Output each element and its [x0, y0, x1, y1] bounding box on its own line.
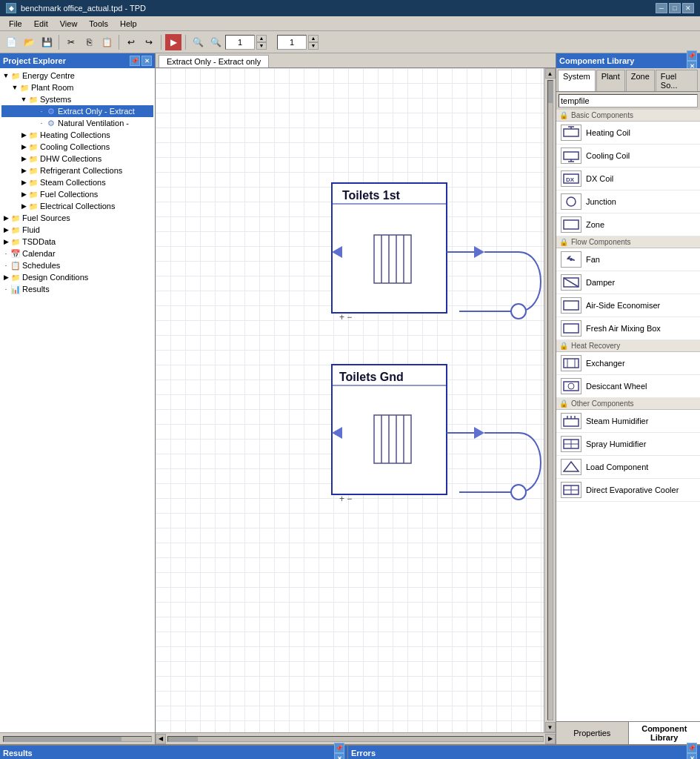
comp-item-load-component[interactable]: Load Component — [556, 456, 700, 479]
comp-item-fan[interactable]: Fan — [556, 248, 700, 271]
cut-button[interactable]: ✂ — [63, 34, 79, 50]
panel-close-button[interactable]: ✕ — [141, 56, 152, 66]
comp-item-steam-humidifier[interactable]: Steam Humidifier — [556, 410, 700, 433]
pin-button[interactable]: 📌 — [687, 50, 697, 61]
tree-toggle[interactable]: ▼ — [1, 71, 10, 80]
tree-item-dhw[interactable]: ▶ 📁 DHW Collections — [1, 153, 153, 165]
tree-item-results[interactable]: · 📊 Results — [1, 283, 153, 295]
tree-item-steam[interactable]: ▶ 📁 Steam Collections — [1, 176, 153, 188]
tree-toggle[interactable]: ▶ — [19, 202, 28, 211]
hscroll-left[interactable]: ◀ — [156, 734, 166, 744]
tree-item-plant-room[interactable]: ▼ 📁 Plant Room — [1, 82, 153, 93]
page-spinner[interactable]: ▲ ▼ — [308, 35, 319, 50]
tree-toggle[interactable]: ▼ — [10, 83, 19, 92]
vscroll-up[interactable]: ▲ — [545, 68, 556, 79]
canvas-vscroll[interactable]: ▲ ▼ — [544, 68, 556, 732]
tree-item-fuel-sources[interactable]: ▶ 📁 Fuel Sources — [1, 212, 153, 224]
zoom-spinner[interactable]: ▲ ▼ — [256, 35, 267, 50]
paste-button[interactable]: 📋 — [99, 34, 115, 50]
run-button[interactable]: ▶ — [165, 34, 181, 50]
tree-toggle[interactable]: ▶ — [19, 130, 28, 139]
open-button[interactable]: 📂 — [21, 34, 37, 50]
close-button[interactable]: ✕ — [682, 3, 694, 13]
comp-tab-fuelso[interactable]: Fuel So... — [656, 70, 698, 91]
comp-item-dx-coil[interactable]: DX DX Coil — [556, 168, 700, 190]
new-button[interactable]: 📄 — [3, 34, 19, 50]
menu-tools[interactable]: Tools — [83, 18, 114, 30]
tree-item-energy-centre[interactable]: ▼ 📁 Energy Centre — [1, 70, 153, 82]
menu-edit[interactable]: Edit — [28, 18, 54, 30]
tree-item-refrigerant[interactable]: ▶ 📁 Refrigerant Collections — [1, 165, 153, 176]
tree-item-natural-vent[interactable]: · ⚙ Natural Ventilation - — [1, 117, 153, 129]
page-down[interactable]: ▼ — [308, 42, 319, 50]
comp-item-desiccant-wheel[interactable]: Desiccant Wheel — [556, 375, 700, 398]
tree-toggle[interactable]: ▶ — [19, 166, 28, 175]
comp-search-input[interactable] — [559, 94, 698, 107]
tree-item-fuel[interactable]: ▶ 📁 Fuel Collections — [1, 188, 153, 200]
copy-button[interactable]: ⎘ — [81, 34, 97, 50]
menu-help[interactable]: Help — [114, 18, 143, 30]
tree-item-systems[interactable]: ▼ 📁 Systems — [1, 93, 153, 105]
comp-item-fresh-air-mixing[interactable]: Fresh Air Mixing Box — [556, 317, 700, 340]
tree-toggle[interactable]: ▶ — [19, 190, 28, 199]
tree-toggle[interactable]: ▶ — [19, 154, 28, 163]
close-button[interactable]: ✕ — [334, 753, 344, 759]
canvas-hscroll[interactable]: ◀ ▶ — [156, 732, 556, 744]
redo-button[interactable]: ↪ — [141, 34, 157, 50]
tree-item-tsddata[interactable]: ▶ 📁 TSDData — [1, 236, 153, 248]
hscroll-right[interactable]: ▶ — [545, 734, 556, 744]
comp-item-direct-evaporative[interactable]: Direct Evaporative Cooler — [556, 479, 700, 502]
component-library-tab-button[interactable]: Component Library — [629, 722, 701, 744]
project-tree[interactable]: ▼ 📁 Energy Centre ▼ 📁 Plant Room ▼ 📁 Sys… — [0, 68, 155, 732]
canvas-area[interactable]: Toilets 1st + − — [156, 68, 544, 732]
tree-toggle[interactable]: ▶ — [1, 237, 10, 246]
tree-item-fluid[interactable]: ▶ 📁 Fluid — [1, 224, 153, 236]
comp-item-spray-humidifier[interactable]: Spray Humidifier — [556, 433, 700, 456]
pin-button[interactable]: 📌 — [687, 743, 697, 753]
comp-item-exchanger[interactable]: Exchanger — [556, 352, 700, 375]
comp-tab-system[interactable]: System — [558, 70, 596, 91]
comp-item-heating-coil[interactable]: Heating Coil — [556, 122, 700, 145]
tree-item-cooling[interactable]: ▶ 📁 Cooling Collections — [1, 141, 153, 153]
vscroll-down[interactable]: ▼ — [545, 722, 556, 732]
save-button[interactable]: 💾 — [39, 34, 55, 50]
tree-item-electrical[interactable]: ▶ 📁 Electrical Collections — [1, 200, 153, 212]
canvas-tab-extract-only[interactable]: Extract Only - Extract only — [159, 55, 269, 67]
menu-view[interactable]: View — [54, 18, 84, 30]
tree-item-schedules[interactable]: · 📋 Schedules — [1, 259, 153, 271]
scroll-track[interactable] — [3, 736, 152, 742]
zoom-input[interactable]: 1 — [225, 35, 255, 50]
tree-item-extract-only[interactable]: · ⚙ Extract Only - Extract — [1, 105, 153, 117]
zoom-down[interactable]: ▼ — [256, 42, 267, 50]
zoom-out-button[interactable]: 🔍 — [207, 34, 224, 50]
tree-toggle[interactable]: ▶ — [1, 213, 10, 222]
zoom-up[interactable]: ▲ — [256, 35, 267, 42]
minimize-button[interactable]: ─ — [656, 3, 667, 13]
tree-toggle[interactable]: ▶ — [1, 273, 10, 282]
comp-tab-plant[interactable]: Plant — [596, 70, 625, 91]
close-button[interactable]: ✕ — [687, 753, 697, 759]
pin-button[interactable]: 📌 — [130, 56, 140, 66]
page-up[interactable]: ▲ — [308, 35, 319, 42]
comp-item-damper[interactable]: Damper — [556, 271, 700, 294]
undo-button[interactable]: ↩ — [123, 34, 139, 50]
tree-toggle[interactable]: ▶ — [19, 142, 28, 151]
comp-item-air-side-economiser[interactable]: Air-Side Economiser — [556, 294, 700, 317]
pin-button[interactable]: 📌 — [334, 743, 344, 753]
tree-toggle[interactable]: ▶ — [1, 225, 10, 234]
hscroll-track[interactable] — [167, 736, 544, 742]
tree-toggle[interactable]: ▼ — [19, 95, 28, 104]
zoom-in-button[interactable]: 🔍 — [190, 34, 206, 50]
comp-item-cooling-coil[interactable]: Cooling Coil — [556, 145, 700, 168]
maximize-button[interactable]: □ — [669, 3, 681, 13]
menu-file[interactable]: File — [3, 18, 28, 30]
tree-hscroll[interactable] — [0, 732, 155, 744]
tree-item-calendar[interactable]: · 📅 Calendar — [1, 248, 153, 259]
properties-tab-button[interactable]: Properties — [556, 722, 629, 744]
page-input[interactable]: 1 — [277, 35, 307, 50]
comp-item-zone[interactable]: Zone — [556, 213, 700, 236]
comp-tab-zone[interactable]: Zone — [626, 70, 655, 91]
vscroll-track[interactable] — [547, 80, 553, 720]
tree-toggle[interactable]: ▶ — [19, 178, 28, 187]
comp-item-junction[interactable]: Junction — [556, 190, 700, 213]
